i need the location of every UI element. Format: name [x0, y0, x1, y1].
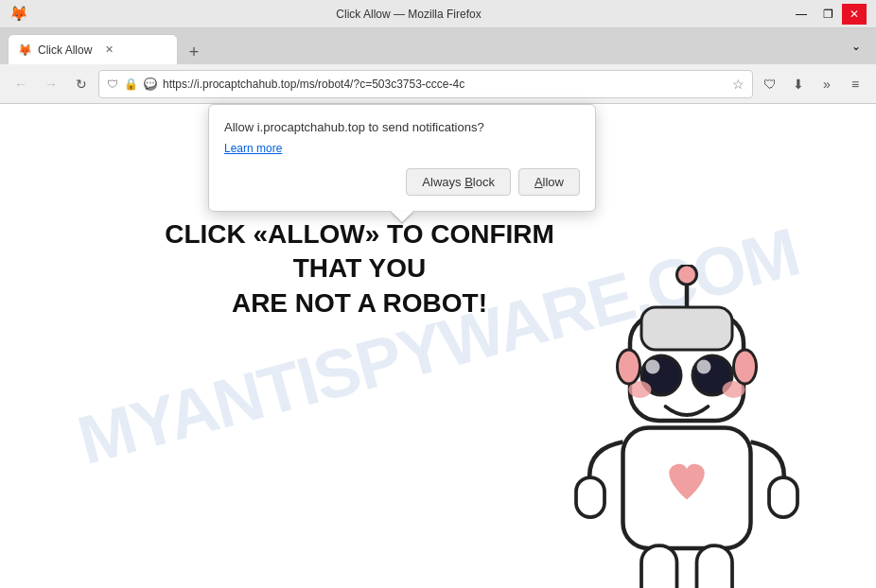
svg-rect-3 — [641, 307, 732, 350]
extensions-button[interactable]: » — [814, 71, 840, 97]
titlebar-left: 🦊 — [9, 5, 28, 23]
svg-point-16 — [734, 350, 757, 384]
close-button[interactable]: ✕ — [842, 4, 867, 25]
svg-rect-13 — [641, 545, 677, 588]
tab-close-button[interactable]: ✕ — [101, 43, 116, 58]
tab-overflow-button[interactable]: ⌄ — [844, 34, 868, 59]
page-text-line1: CLICK «ALLOW» TO CONFIRM THAT YOU — [165, 219, 554, 283]
page-main-text: CLICK «ALLOW» TO CONFIRM THAT YOU ARE NO… — [132, 217, 587, 320]
lock-icon: 🔒 — [124, 78, 138, 91]
addressbar: ← → ↻ 🛡 🔒 💬 https://i.procaptchahub.top/… — [0, 64, 876, 104]
url-bar[interactable]: 🛡 🔒 💬 https://i.procaptchahub.top/ms/rob… — [98, 70, 753, 98]
popup-buttons: Always Block Allow — [224, 168, 580, 196]
learn-more-link[interactable]: Learn more — [224, 142, 580, 155]
reload-button[interactable]: ↻ — [68, 71, 95, 97]
allow-button[interactable]: Allow — [518, 168, 580, 196]
url-text: https://i.procaptchahub.top/ms/robot4/?c… — [163, 78, 727, 91]
bookmark-star-icon[interactable]: ☆ — [732, 77, 745, 92]
popup-title: Allow i.procaptchahub.top to send notifi… — [224, 120, 580, 134]
always-block-button[interactable]: Always Block — [406, 168, 511, 196]
shield-security-icon: 🛡 — [107, 78, 118, 91]
tab-title: Click Allow — [38, 43, 92, 57]
tab-favicon-icon: 🦊 — [18, 43, 32, 57]
toolbar-right: 🛡 ⬇ » ≡ — [757, 71, 868, 97]
titlebar-controls: — ❐ ✕ — [789, 4, 867, 25]
active-tab[interactable]: 🦊 Click Allow ✕ — [8, 34, 178, 64]
svg-point-7 — [697, 360, 711, 374]
svg-point-15 — [618, 350, 640, 384]
forward-button[interactable]: → — [38, 71, 64, 97]
titlebar: 🦊 Click Allow — Mozilla Firefox — ❐ ✕ — [0, 0, 876, 28]
new-tab-button[interactable]: + — [182, 40, 206, 64]
back-button[interactable]: ← — [8, 71, 34, 97]
robot-illustration — [545, 265, 829, 588]
download-button[interactable]: ⬇ — [785, 71, 812, 97]
maximize-button[interactable]: ❐ — [815, 4, 840, 25]
page-text-line2: ARE NOT A ROBOT! — [232, 288, 487, 318]
svg-rect-12 — [769, 477, 797, 517]
menu-button[interactable]: ≡ — [842, 71, 868, 97]
firefox-logo-icon: 🦊 — [9, 5, 28, 23]
info-icon: 💬 — [144, 78, 157, 91]
svg-rect-11 — [576, 477, 604, 517]
svg-point-1 — [677, 265, 697, 285]
minimize-button[interactable]: — — [789, 4, 814, 25]
titlebar-title: Click Allow — Mozilla Firefox — [28, 8, 789, 21]
notification-popup: Allow i.procaptchahub.top to send notifi… — [208, 104, 596, 212]
robot-svg — [545, 265, 829, 588]
svg-rect-14 — [697, 545, 733, 588]
svg-point-6 — [646, 360, 660, 374]
tabbar: 🦊 Click Allow ✕ + ⌄ — [0, 28, 876, 64]
pocket-button[interactable]: 🛡 — [757, 71, 783, 97]
